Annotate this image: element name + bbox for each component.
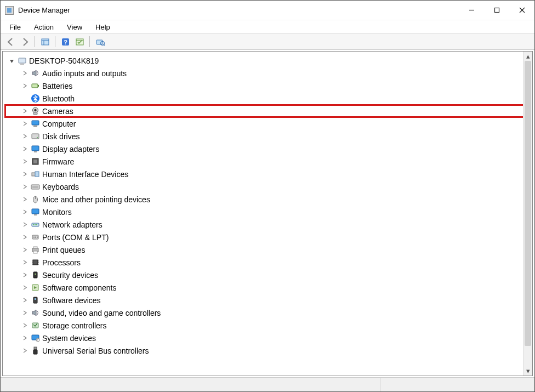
tree-item-hid[interactable]: Human Interface Devices (5, 168, 530, 180)
expander-right-icon[interactable] (21, 184, 28, 190)
svg-rect-61 (35, 298, 36, 300)
menubar: File Action View Help (1, 20, 534, 33)
svg-rect-57 (33, 272, 37, 278)
expander-right-icon[interactable] (21, 272, 28, 279)
expander-right-icon[interactable] (21, 234, 28, 241)
expander-right-icon[interactable] (21, 285, 28, 291)
tree-item-label: Network adapters (42, 220, 103, 229)
tree-item-monitor[interactable]: Monitors (5, 206, 530, 218)
tree-item-display[interactable]: Display adapters (5, 143, 530, 155)
svg-rect-21 (33, 112, 37, 115)
close-button[interactable] (509, 1, 534, 20)
expander-right-icon[interactable] (21, 259, 28, 266)
window-controls (459, 1, 534, 20)
menu-action[interactable]: Action (29, 21, 59, 33)
tree-item-battery[interactable]: Batteries (5, 79, 530, 92)
scroll-thumb[interactable] (525, 61, 531, 346)
tree-item-label: Processors (42, 258, 81, 267)
expander-right-icon[interactable] (21, 310, 28, 316)
svg-point-44 (33, 237, 35, 238)
tree-item-system[interactable]: System devices (5, 332, 530, 344)
display-icon (30, 144, 40, 154)
tree-item-speaker[interactable]: Audio inputs and outputs (5, 67, 530, 79)
disk-icon (30, 132, 40, 141)
help-button[interactable]: ? (59, 35, 72, 48)
tree-item-bluetooth[interactable]: Bluetooth (5, 92, 530, 105)
show-hide-console-button[interactable] (38, 35, 52, 48)
scan-hardware-button[interactable] (93, 35, 106, 48)
svg-rect-67 (33, 350, 37, 354)
statusbar-cell (381, 378, 534, 391)
tree-item-keyboard[interactable]: Keyboards (5, 180, 530, 193)
tree-item-label: Security devices (42, 271, 98, 280)
expander-right-icon[interactable] (21, 121, 28, 127)
tree-item-port[interactable]: Ports (COM & LPT) (5, 231, 530, 243)
expander-right-icon[interactable] (21, 108, 28, 115)
minimize-button[interactable] (459, 1, 484, 20)
tree-item-printer[interactable]: Print queues (5, 243, 530, 256)
tree-item-label: Firmware (42, 157, 74, 166)
expander-right-icon[interactable] (21, 297, 28, 304)
expander-right-icon[interactable] (21, 247, 28, 253)
svg-text:?: ? (64, 38, 67, 45)
expander-right-icon[interactable] (21, 348, 28, 354)
scroll-up-icon[interactable]: ▴ (523, 52, 532, 61)
tree-item-label: Display adapters (42, 145, 99, 154)
expander-right-icon[interactable] (21, 221, 28, 228)
tree-item-label: Batteries (42, 82, 72, 90)
security-icon (30, 270, 40, 280)
expander-right-icon[interactable] (21, 146, 28, 152)
expander-right-icon[interactable] (21, 171, 28, 178)
tree-root[interactable]: DESKTOP-504K819 (5, 55, 530, 67)
menu-view[interactable]: View (61, 21, 88, 33)
svg-rect-48 (33, 247, 37, 248)
expander-right-icon[interactable] (21, 158, 28, 165)
svg-rect-32 (31, 185, 39, 189)
menu-help[interactable]: Help (90, 21, 116, 33)
tree-item-label: Keyboards (42, 183, 79, 191)
expander-down-icon[interactable] (8, 58, 15, 64)
tree-item-camera[interactable]: Cameras (5, 105, 530, 117)
tree-item-usb[interactable]: Universal Serial Bus controllers (5, 344, 530, 357)
tree-item-security[interactable]: Security devices (5, 269, 530, 281)
svg-rect-17 (38, 85, 39, 87)
tree-item-sound[interactable]: Sound, video and game controllers (5, 306, 530, 319)
tree-item-disk[interactable]: Disk drives (5, 130, 530, 143)
expander-right-icon[interactable] (21, 133, 28, 140)
scroll-down-icon[interactable]: ▾ (523, 366, 532, 376)
tree-item-mouse[interactable]: Mice and other pointing devices (5, 193, 530, 206)
expander-right-icon[interactable] (21, 335, 28, 342)
expander-right-icon[interactable] (21, 322, 28, 329)
vertical-scrollbar[interactable]: ▴ ▾ (523, 52, 532, 376)
svg-rect-66 (34, 347, 37, 350)
storage-icon (30, 321, 40, 331)
menu-file[interactable]: File (4, 21, 26, 33)
tree-item-label: Disk drives (42, 132, 79, 141)
tree-item-software[interactable]: Software components (5, 281, 530, 294)
toolbar-separator (89, 36, 90, 47)
tree-item-label: Universal Serial Bus controllers (42, 346, 149, 355)
firmware-icon (30, 157, 40, 167)
properties-button[interactable] (73, 35, 86, 48)
statusbar-cell (1, 378, 381, 391)
forward-button[interactable] (18, 35, 31, 48)
svg-rect-11 (96, 40, 103, 44)
expander-right-icon[interactable] (21, 83, 28, 89)
svg-point-46 (37, 237, 38, 238)
tree-item-network[interactable]: Network adapters (5, 218, 530, 231)
svg-rect-38 (34, 214, 37, 215)
monitor-icon (30, 207, 40, 217)
tree-item-firmware[interactable]: Firmware (5, 155, 530, 168)
expander-right-icon[interactable] (21, 70, 28, 77)
expander-right-icon[interactable] (21, 209, 28, 215)
tree-item-computer[interactable]: Computer (5, 117, 530, 130)
tree-item-storage[interactable]: Storage controllers (5, 319, 530, 332)
maximize-button[interactable] (484, 1, 509, 20)
back-button[interactable] (4, 35, 17, 48)
svg-rect-26 (32, 146, 39, 151)
tree-item-processor[interactable]: Processors (5, 256, 530, 269)
expander-right-icon[interactable] (21, 196, 28, 203)
tree-item-label: Software components (42, 283, 116, 292)
svg-rect-16 (32, 84, 38, 88)
tree-item-software2[interactable]: Software devices (5, 294, 530, 306)
